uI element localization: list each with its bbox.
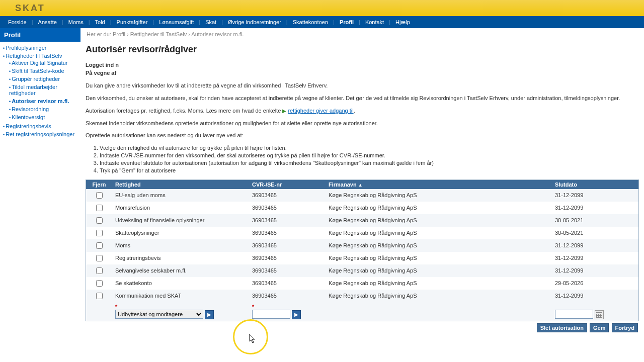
- brand-logo: SKAT: [15, 3, 45, 14]
- nav-skattekontoen[interactable]: Skattekontoen: [288, 16, 333, 28]
- new-row: * Udbytteskat og modtagere ▶ * ▶: [86, 302, 639, 321]
- arrow-right-icon: ▶: [282, 108, 286, 114]
- enddate-input[interactable]: [555, 310, 593, 319]
- save-button[interactable]: Gem: [590, 323, 609, 332]
- side-nav: ProfiloplysningerRettigheder til TastSel…: [0, 42, 80, 140]
- intro-p3: Autorisation foretages pr. rettighed, f.…: [86, 107, 639, 115]
- nav-kontakt[interactable]: Kontakt: [360, 16, 389, 28]
- top-nav: Forside|Ansatte|Moms|Told|Punktafgifter|…: [0, 16, 644, 28]
- table-row: Kommunikation med SKAT36903465Køge Regns…: [86, 290, 639, 302]
- rettighed-apply-button[interactable]: ▶: [205, 310, 214, 319]
- sidebar-subitem[interactable]: Revisorordning: [9, 106, 49, 112]
- sidebar-subitem[interactable]: Klientoversigt: [9, 114, 45, 120]
- crumb-profil[interactable]: Profil: [113, 31, 125, 37]
- nav--vrige-indberetninger[interactable]: Øvrige indberetninger: [223, 16, 286, 28]
- sidebar-item[interactable]: Registreringsbevis: [3, 123, 51, 129]
- crumb-rettigheder[interactable]: Rettigheder til TastSelv: [130, 31, 187, 37]
- col-cvr[interactable]: CVR-/SE-nr: [249, 179, 326, 189]
- required-marker: *: [115, 304, 117, 310]
- cancel-button[interactable]: Fortryd: [612, 323, 638, 332]
- brand-banner: SKAT: [0, 0, 644, 16]
- sort-asc-icon: ▲: [358, 183, 363, 188]
- remove-checkbox[interactable]: [96, 230, 103, 236]
- intro-p2: Den virksomhed, du ønsker at autorisere,…: [86, 95, 639, 102]
- page-title: Autorisér revisor/rådgiver: [86, 44, 639, 55]
- nav-hj-lp[interactable]: Hjælp: [390, 16, 415, 28]
- table-row: Se skattekonto36903465Køge Regnskab og R…: [86, 277, 639, 290]
- table-row: Momsrefusion36903465Køge Regnskab og Råd…: [86, 202, 639, 214]
- calendar-icon[interactable]: [595, 310, 604, 319]
- remove-checkbox[interactable]: [96, 205, 103, 211]
- required-marker: *: [252, 304, 254, 310]
- col-company[interactable]: Firmanavn ▲: [326, 179, 552, 189]
- sidebar-subitem[interactable]: Autoriser revisor m.fl.: [9, 98, 69, 104]
- sidebar-subitem[interactable]: Gruppér rettigheder: [9, 76, 60, 82]
- intro-p4: Skemaet indeholder virksomhedens oprette…: [86, 120, 639, 127]
- sidebar-subitem[interactable]: Skift til TastSelv-kode: [9, 68, 64, 74]
- session-info: Logget ind n På vegne af: [86, 62, 639, 76]
- sidebar-subitem[interactable]: Tildel medarbejder rettigheder: [9, 84, 80, 96]
- sidebar-item[interactable]: Ret registreringsoplysninger: [3, 131, 74, 137]
- intro-p5: Oprettede autorisationer kan ses nederst…: [86, 132, 639, 139]
- remove-checkbox[interactable]: [96, 280, 103, 287]
- crumb-autoriser[interactable]: Autoriser revisor m.fl.: [191, 31, 244, 37]
- table-row: EU-salg uden moms36903465Køge Regnskab o…: [86, 189, 639, 202]
- action-bar: Slet autorisation Gem Fortryd: [86, 321, 639, 332]
- table-row: Selvangivelse selskaber m.fl.36903465Køg…: [86, 264, 639, 277]
- intro-p1: Du kan give andre virksomheder lov til a…: [86, 82, 639, 89]
- sidebar-subitem[interactable]: Aktiver Digital Signatur: [9, 60, 67, 66]
- delete-authorisation-button[interactable]: Slet autorisation: [537, 323, 587, 332]
- nav-punktafgifter[interactable]: Punktafgifter: [112, 16, 153, 28]
- sidebar-item[interactable]: Profiloplysninger: [3, 45, 46, 51]
- remove-checkbox[interactable]: [96, 267, 103, 274]
- nav-skat[interactable]: Skat: [200, 16, 221, 28]
- remove-checkbox[interactable]: [96, 192, 103, 199]
- nav-l-nsumsafgift[interactable]: Lønsumsafgift: [154, 16, 199, 28]
- sidebar-item[interactable]: Rettigheder til TastSelv: [3, 53, 62, 59]
- cvr-input[interactable]: [252, 310, 290, 319]
- nav-ansatte[interactable]: Ansatte: [33, 16, 62, 28]
- nav-forside[interactable]: Forside: [3, 16, 32, 28]
- nav-moms[interactable]: Moms: [63, 16, 89, 28]
- nav-profil[interactable]: Profil: [335, 16, 359, 28]
- col-right[interactable]: Rettighed: [112, 179, 249, 189]
- remove-checkbox[interactable]: [96, 217, 103, 224]
- authorisations-table: Fjern Rettighed CVR-/SE-nr Firmanavn ▲ S…: [86, 179, 639, 321]
- table-row: Skatteoplysninger36903465Køge Regnskab o…: [86, 227, 639, 239]
- link-rettigheder-adgang[interactable]: rettigheder giver adgang til: [288, 108, 353, 114]
- table-row: Moms36903465Køge Regnskab og Rådgivning …: [86, 239, 639, 252]
- remove-checkbox[interactable]: [96, 242, 103, 249]
- remove-checkbox[interactable]: [96, 293, 103, 299]
- col-remove[interactable]: Fjern: [86, 179, 113, 189]
- steps-list: Vælge den rettighed du vil autorisere fo…: [100, 144, 639, 174]
- table-row: Udveksling af finansielle oplysninger369…: [86, 214, 639, 227]
- sidebar-heading: Profil: [0, 28, 80, 42]
- cvr-apply-button[interactable]: ▶: [292, 310, 301, 319]
- breadcrumb: Her er du: Profil › Rettigheder til Tast…: [86, 28, 639, 40]
- nav-told[interactable]: Told: [90, 16, 110, 28]
- col-enddate[interactable]: Slutdato: [552, 179, 639, 189]
- rettighed-select[interactable]: Udbytteskat og modtagere: [115, 310, 203, 319]
- table-row: Registreringsbevis36903465Køge Regnskab …: [86, 252, 639, 264]
- remove-checkbox[interactable]: [96, 255, 103, 261]
